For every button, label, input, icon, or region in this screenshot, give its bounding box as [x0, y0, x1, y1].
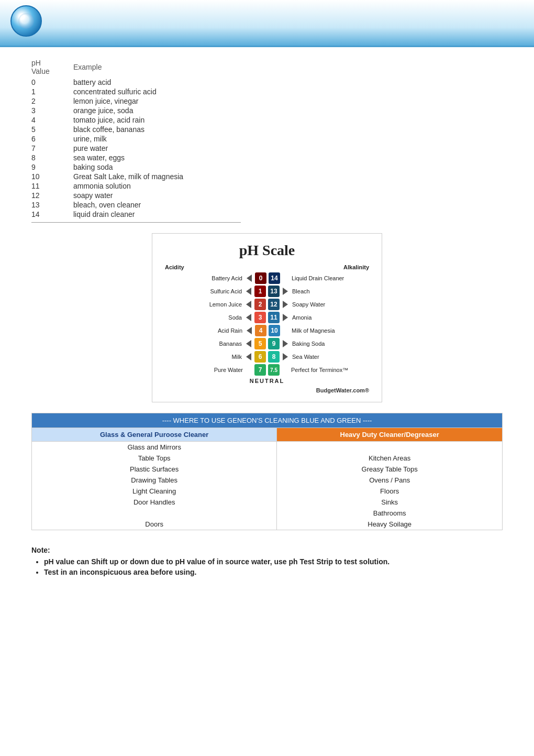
where-data-row: Plastic SurfacesGreasy Table Tops: [32, 464, 503, 475]
ph-num-pair: 77.5: [253, 364, 281, 376]
ph-num-pair: 113: [253, 286, 281, 297]
ph-table-row: 3orange juice, soda: [31, 106, 183, 115]
ph-scale-header: Acidity Alkalinity: [165, 264, 369, 270]
ph-scale-right-label: Soapy Water: [289, 301, 369, 308]
ph-scale-right-label: Amonia: [289, 314, 369, 321]
ph-example: bleach, oven cleaner: [73, 200, 183, 210]
ph-scale-row: Bananas59Baking Soda: [165, 338, 369, 349]
ph-scale-row: Pure Water77.5Perfect for Terminox™: [165, 364, 369, 376]
ph-value: 14: [31, 210, 73, 219]
acidity-label: Acidity: [165, 264, 184, 270]
ph-table-row: 7pure water: [31, 144, 183, 153]
triangle-left-icon: [247, 275, 252, 282]
ph-divider: [31, 222, 241, 223]
where-col2-item: Heavy Soilage: [277, 519, 503, 530]
ph-num-left: 4: [255, 325, 266, 336]
ph-scale-row: Acid Rain410Milk of Magnesia: [165, 325, 369, 336]
ph-num-pair: 212: [253, 299, 281, 310]
ph-num-right: 13: [268, 286, 280, 297]
ph-value: 11: [31, 181, 73, 191]
ph-example: lemon juice, vinegar: [73, 96, 183, 106]
ph-table-row: 10Great Salt Lake, milk of magnesia: [31, 172, 183, 181]
ph-table-row: 4tomato juice, acid rain: [31, 115, 183, 125]
ph-num-right: 12: [268, 299, 280, 310]
where-table: ---- WHERE TO USE GENEON'S CLEANING BLUE…: [31, 413, 503, 530]
ph-example: liquid drain cleaner: [73, 210, 183, 219]
where-data-row: Light CleaningFloors: [32, 486, 503, 497]
ph-num-pair: 311: [253, 312, 281, 323]
ph-table-row: 13bleach, oven cleaner: [31, 200, 183, 210]
triangle-right-icon: [283, 340, 288, 347]
where-col1-header: Glass & General Puroose Cleaner: [32, 428, 277, 442]
where-col1-item: Table Tops: [32, 453, 277, 464]
ph-scale-row: Sulfuric Acid113Bleach: [165, 286, 369, 297]
ph-num-right: 10: [269, 325, 280, 336]
ph-value: 1: [31, 87, 73, 96]
header: [0, 0, 534, 47]
where-col2-item: Ovens / Pans: [277, 475, 503, 486]
ph-value: 10: [31, 172, 73, 181]
ph-scale-rows: Battery Acid014Liquid Drain CleanerSulfu…: [165, 272, 369, 376]
ph-num-left: 6: [254, 351, 266, 363]
note-item: pH value can Shift up or down due to pH …: [44, 557, 503, 566]
ph-num-left: 0: [255, 272, 266, 284]
notes-list: pH value can Shift up or down due to pH …: [31, 557, 503, 576]
triangle-left-icon: [246, 288, 251, 295]
ph-scale-left-label: Milk: [165, 354, 245, 360]
where-col2-item: Floors: [277, 486, 503, 497]
where-col2-item: Kitchen Areas: [277, 453, 503, 464]
where-col1-item: Door Handles: [32, 497, 277, 508]
ph-num-right: 8: [268, 351, 280, 363]
where-data-row: Bathrooms: [32, 508, 503, 519]
ph-table-row: 0battery acid: [31, 78, 183, 87]
where-col2-item: Greasy Table Tops: [277, 464, 503, 475]
ph-value: 7: [31, 144, 73, 153]
where-col2-item: [277, 442, 503, 453]
ph-num-left: 7: [254, 364, 266, 376]
ph-num-right: 9: [268, 338, 280, 349]
ph-example: tomato juice, acid rain: [73, 115, 183, 125]
ph-num-right: 11: [268, 312, 280, 323]
ph-scale-right-label: Milk of Magnesia: [288, 327, 369, 334]
logo-circle: [10, 5, 42, 37]
ph-scale-right-label: Baking Soda: [289, 341, 369, 347]
ph-scale-section: pH Scale Acidity Alkalinity Battery Acid…: [0, 233, 534, 402]
ph-scale-box: pH Scale Acidity Alkalinity Battery Acid…: [152, 233, 382, 402]
ph-neutral: NEUTRAL: [165, 378, 369, 384]
ph-table-row: 12soapy water: [31, 191, 183, 200]
triangle-left-icon: [246, 301, 251, 308]
ph-scale-right-label: Liquid Drain Cleaner: [288, 275, 369, 281]
ph-value: 5: [31, 125, 73, 134]
ph-num-left: 5: [254, 338, 266, 349]
ph-num-pair: 59: [253, 338, 281, 349]
alkalinity-label: Alkalinity: [343, 264, 369, 270]
where-data-row: DoorsHeavy Soilage: [32, 519, 503, 530]
ph-scale-title: pH Scale: [165, 242, 369, 259]
where-section: ---- WHERE TO USE GENEON'S CLEANING BLUE…: [31, 413, 503, 530]
triangle-right-icon: [283, 314, 288, 321]
ph-num-right: 14: [269, 272, 280, 284]
where-col1-item: Glass and Mirrors: [32, 442, 277, 453]
ph-scale-left-label: Lemon Juice: [165, 301, 245, 308]
ph-scale-right-label: Sea Water: [289, 354, 369, 360]
where-data-row: Door HandlesSinks: [32, 497, 503, 508]
where-col1-item: [32, 508, 277, 519]
where-col1-item: Plastic Surfaces: [32, 464, 277, 475]
triangle-right-icon: [283, 301, 288, 308]
ph-example: urine, milk: [73, 134, 183, 144]
where-col1-item: Drawing Tables: [32, 475, 277, 486]
ph-scale-left-label: Acid Rain: [165, 327, 246, 334]
ph-value: 9: [31, 162, 73, 172]
ph-value: 13: [31, 200, 73, 210]
where-col1-item: Light Cleaning: [32, 486, 277, 497]
ph-scale-left-label: Pure Water: [165, 367, 246, 373]
ph-col-header-example: Example: [73, 58, 183, 78]
ph-table-row: 9baking soda: [31, 162, 183, 172]
ph-table: pH Value Example 0battery acid1concentra…: [31, 58, 183, 219]
ph-example: pure water: [73, 144, 183, 153]
where-title-row: ---- WHERE TO USE GENEON'S CLEANING BLUE…: [32, 413, 503, 428]
ph-scale-row: Soda311Amonia: [165, 312, 369, 323]
where-col2-header: Heavy Duty Cleaner/Degreaser: [277, 428, 503, 442]
ph-scale-row: Lemon Juice212Soapy Water: [165, 299, 369, 310]
triangle-left-icon: [246, 314, 251, 321]
